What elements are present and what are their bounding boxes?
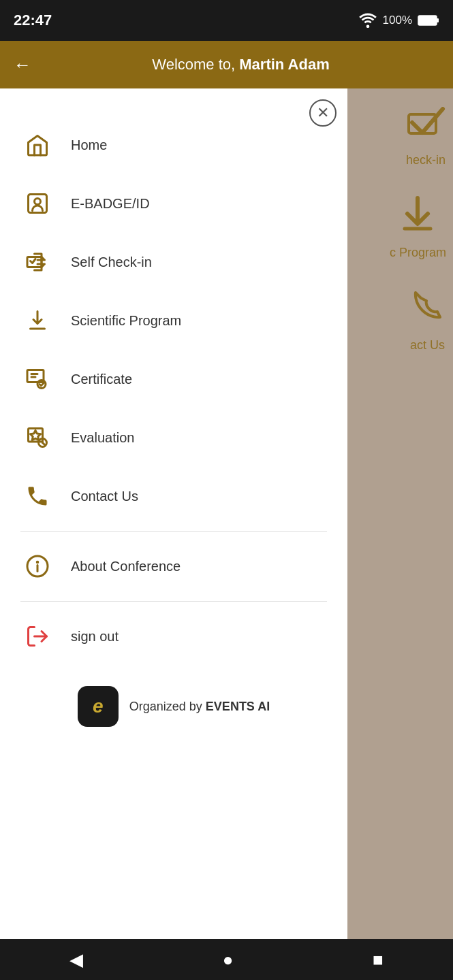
svg-rect-0 xyxy=(418,16,437,25)
side-drawer: ✕ Home E-BADGE/ID xyxy=(0,88,347,939)
bg-contact-label: act Us xyxy=(410,338,445,353)
checkin-icon xyxy=(20,245,54,279)
phone-icon xyxy=(20,479,54,513)
svg-rect-1 xyxy=(437,18,439,22)
nav-recent-button[interactable]: ■ xyxy=(373,949,384,970)
battery-icon xyxy=(418,14,439,27)
evaluation-label: Evaluation xyxy=(71,430,134,446)
menu-item-evaluation[interactable]: Evaluation xyxy=(0,408,347,467)
drawer-footer: e Organized by EVENTS AI xyxy=(0,666,347,740)
signout-icon xyxy=(20,619,54,653)
home-label: Home xyxy=(71,137,107,153)
divider-1 xyxy=(20,531,327,532)
menu-item-about[interactable]: About Conference xyxy=(0,537,347,595)
certificate-label: Certificate xyxy=(71,372,132,387)
menu-item-signout[interactable]: sign out xyxy=(0,607,347,666)
menu-item-home[interactable]: Home xyxy=(0,116,347,174)
menu-item-scientific[interactable]: Scientific Program xyxy=(0,291,347,350)
menu-item-certificate[interactable]: Certificate xyxy=(0,350,347,408)
selfcheckin-label: Self Check-in xyxy=(71,255,152,270)
status-time: 22:47 xyxy=(14,12,52,29)
bg-download-icon xyxy=(399,195,437,240)
svg-marker-13 xyxy=(31,431,41,440)
tertiary-menu: sign out xyxy=(0,607,347,666)
nav-back-button[interactable]: ◀ xyxy=(69,949,83,970)
evaluation-icon xyxy=(20,421,54,455)
bg-checkin-label: heck-in xyxy=(406,153,446,167)
bg-download: c Program xyxy=(390,195,446,260)
events-ai-logo: e xyxy=(78,686,119,727)
home-icon xyxy=(20,128,54,162)
menu-item-ebadge[interactable]: E-BADGE/ID xyxy=(0,174,347,233)
svg-line-16 xyxy=(43,443,45,445)
status-icons: 100% xyxy=(358,13,439,28)
bg-download-label: c Program xyxy=(390,246,446,260)
status-bar: 22:47 100% xyxy=(0,0,453,41)
wifi-icon xyxy=(358,13,377,28)
bg-checkin-icon xyxy=(405,102,446,148)
battery-percent: 100% xyxy=(383,14,412,27)
signout-label: sign out xyxy=(71,629,119,644)
about-label: About Conference xyxy=(71,559,181,574)
back-button[interactable]: ← xyxy=(14,54,31,76)
menu-item-contactus[interactable]: Contact Us xyxy=(0,467,347,525)
app-header: ← Welcome to, Martin Adam xyxy=(0,41,453,88)
footer-text: Organized by EVENTS AI xyxy=(129,700,270,714)
contactus-label: Contact Us xyxy=(71,489,138,504)
bg-checkin: heck-in xyxy=(405,102,446,167)
nav-home-button[interactable]: ● xyxy=(223,949,234,970)
menu-list: Home E-BADGE/ID xyxy=(0,88,347,525)
badge-icon xyxy=(20,186,54,220)
header-title: Welcome to, Martin Adam xyxy=(42,56,439,74)
close-drawer-button[interactable]: ✕ xyxy=(309,99,337,127)
scientific-icon xyxy=(20,304,54,338)
bg-contact: act Us xyxy=(409,287,446,353)
certificate-icon xyxy=(20,362,54,396)
bottom-nav-bar: ◀ ● ■ xyxy=(0,939,453,980)
bg-contact-icon xyxy=(409,287,446,333)
ebadge-label: E-BADGE/ID xyxy=(71,196,150,212)
secondary-menu: About Conference xyxy=(0,537,347,595)
menu-item-selfcheckin[interactable]: Self Check-in xyxy=(0,233,347,291)
divider-2 xyxy=(20,601,327,602)
scientific-label: Scientific Program xyxy=(71,313,181,329)
svg-point-6 xyxy=(35,199,41,205)
info-icon xyxy=(20,549,54,583)
